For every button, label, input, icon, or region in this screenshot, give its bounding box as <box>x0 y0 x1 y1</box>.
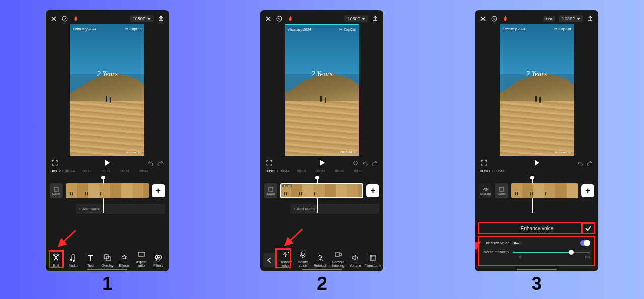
play-icon[interactable] <box>319 159 325 166</box>
topbar: ? Pro 1080P <box>475 10 598 24</box>
resolution-button[interactable]: 1080P <box>559 15 583 22</box>
tool-transform[interactable]: Transform <box>365 253 381 267</box>
preview-area[interactable]: February 2024 CapCut 2 Years Archived by <box>475 24 598 156</box>
watermark: CapCut <box>339 27 356 32</box>
total-time: 00:44 <box>494 169 504 173</box>
preview-date: February 2024 <box>73 27 96 31</box>
help-icon[interactable]: ? <box>276 16 282 22</box>
svg-text:?: ? <box>278 17 281 21</box>
fullscreen-icon[interactable] <box>52 160 58 166</box>
tool-camera-tracking[interactable]: Camera tracking <box>330 250 346 267</box>
resolution-label: 1080P <box>347 16 360 21</box>
watermark: CapCut <box>125 27 142 31</box>
pro-badge[interactable]: Pro <box>543 16 555 22</box>
tool-text[interactable]: Text <box>82 253 98 267</box>
redo-icon[interactable] <box>372 160 377 166</box>
cover-chip[interactable]: Cover <box>264 183 277 198</box>
enhance-voice-panel: Enhance voice Pro Noise cleanup 0 100 <box>478 236 595 266</box>
add-audio-button[interactable]: + Add audio <box>76 204 165 214</box>
overlay-text: 2 Years <box>526 70 547 78</box>
topbar: ? 1080P <box>46 10 169 24</box>
tool-edit[interactable]: Edit <box>48 253 64 267</box>
add-clip-button[interactable]: + <box>581 184 594 197</box>
timeline[interactable]: Mute clip Cover + <box>475 182 598 200</box>
svg-rect-18 <box>335 253 340 256</box>
help-icon[interactable]: ? <box>491 16 497 22</box>
close-icon[interactable] <box>480 16 486 22</box>
export-icon[interactable] <box>158 16 164 22</box>
add-audio-button[interactable]: + Add audio <box>290 204 379 214</box>
tool-isolate-voice[interactable]: Isolate voice <box>295 250 311 267</box>
current-time: 00:01 <box>480 169 490 173</box>
video-preview: February 2024 CapCut 2 Years Archived by <box>285 24 359 156</box>
svg-rect-19 <box>370 255 375 260</box>
overlay-text: 2 Years <box>311 70 332 78</box>
flame-icon[interactable] <box>73 15 79 22</box>
noise-cleanup-slider[interactable] <box>513 252 590 253</box>
back-button[interactable] <box>263 253 275 267</box>
add-clip-button[interactable]: + <box>366 184 379 197</box>
undo-icon[interactable] <box>577 160 583 166</box>
export-icon[interactable] <box>372 16 378 22</box>
home-indicator <box>302 269 342 270</box>
tool-aspect[interactable]: Aspect ratio <box>133 250 149 267</box>
step-number-3: 3 <box>532 273 542 294</box>
tool-effects[interactable]: Effects <box>116 253 132 267</box>
cover-chip[interactable]: Cover <box>495 183 508 198</box>
svg-rect-9 <box>138 252 144 256</box>
help-icon[interactable]: ? <box>62 16 68 22</box>
noise-cleanup-label: Noise cleanup <box>483 250 509 254</box>
step-panel-3: ? Pro 1080P February 2024 CapCut 2 Years… <box>475 10 598 294</box>
confirm-button[interactable] <box>581 222 595 234</box>
overlay-text: 2 Years <box>97 70 118 78</box>
play-icon[interactable] <box>534 159 540 166</box>
resolution-button[interactable]: 1080P <box>130 15 154 22</box>
play-icon[interactable] <box>104 159 110 166</box>
mute-chip[interactable]: Mute clip <box>479 183 492 198</box>
preview-area[interactable]: February 2024 CapCut 2 Years Archived by <box>260 24 383 156</box>
pro-badge-inline: Pro <box>512 241 522 245</box>
tool-audio[interactable]: Audio <box>65 253 82 267</box>
timeline[interactable]: Cover 41.9s + <box>260 182 383 200</box>
archived-label: Archived by <box>555 151 571 154</box>
cover-chip[interactable]: Cover <box>50 183 63 198</box>
flame-icon[interactable] <box>287 15 293 22</box>
enhance-voice-header: Enhance voice <box>478 222 595 234</box>
current-time: 00:02 <box>265 169 275 173</box>
fullscreen-icon[interactable] <box>481 160 487 166</box>
tool-enhance-voice[interactable]: Enhance voice <box>278 250 294 267</box>
close-icon[interactable] <box>51 16 57 22</box>
step-panel-2: ? 1080P February 2024 CapCut 2 Years Arc… <box>260 10 383 294</box>
export-icon[interactable] <box>587 16 593 22</box>
enhance-voice-label: Enhance voice <box>483 241 509 245</box>
redo-icon[interactable] <box>587 160 592 166</box>
resolution-label: 1080P <box>562 16 575 21</box>
svg-point-5 <box>70 259 72 261</box>
archived-label: Archived by <box>340 150 356 153</box>
close-icon[interactable] <box>265 16 271 22</box>
tool-overlay[interactable]: Overlay <box>99 253 115 267</box>
resolution-button[interactable]: 1080P <box>344 15 368 22</box>
tool-retouch[interactable]: Retouch <box>312 253 329 267</box>
undo-icon[interactable] <box>362 160 368 166</box>
archived-label: Archived by <box>126 151 141 154</box>
video-preview: February 2024 CapCut 2 Years Archived by <box>70 24 144 156</box>
undo-icon[interactable] <box>148 160 153 166</box>
timeline[interactable]: Cover + <box>46 182 169 200</box>
enhance-voice-toggle[interactable] <box>580 240 590 246</box>
tool-filters[interactable]: Filters <box>150 253 167 267</box>
flame-icon[interactable] <box>502 15 508 22</box>
app-screen-1: ? 1080P February 2024 CapCut 2 Years Arc… <box>46 10 169 271</box>
step-panel-1: ? 1080P February 2024 CapCut 2 Years Arc… <box>46 10 169 294</box>
add-clip-button[interactable]: + <box>152 184 165 197</box>
svg-rect-15 <box>269 187 273 191</box>
total-time: 00:44 <box>65 169 75 173</box>
preview-area[interactable]: February 2024 CapCut 2 Years Archived by <box>46 24 169 156</box>
arrow-2 <box>282 228 307 248</box>
fullscreen-icon[interactable] <box>266 160 272 166</box>
redo-icon[interactable] <box>157 160 163 166</box>
current-time: 00:02 <box>51 169 61 173</box>
step-number-2: 2 <box>317 273 327 294</box>
keyframe-icon[interactable] <box>353 160 358 166</box>
tool-volume[interactable]: Volume <box>347 253 363 267</box>
